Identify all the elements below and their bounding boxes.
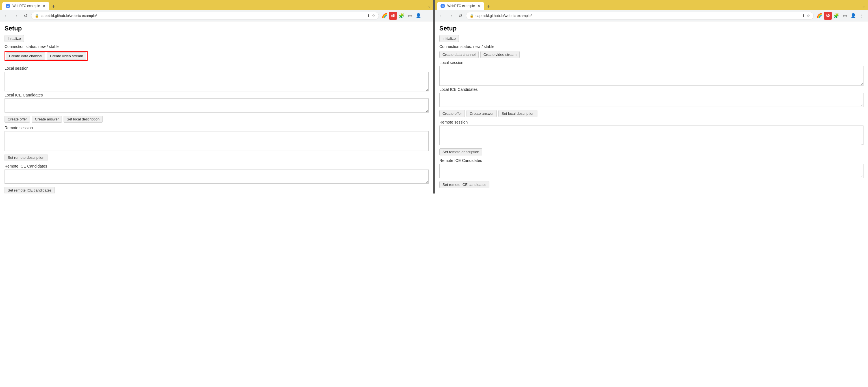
left-set-remote-desc-button[interactable]: Set remote description — [4, 154, 48, 161]
right-colorful-icon[interactable]: 🌈 — [815, 12, 824, 20]
left-tab-title: WebRTC example — [12, 4, 40, 8]
right-local-ice-textarea[interactable] — [439, 93, 864, 107]
left-local-ice-textarea[interactable] — [4, 99, 429, 112]
right-connection-status: Connection status: new / stable — [439, 44, 864, 49]
right-session-action-buttons: Create offer Create answer Set local des… — [439, 110, 864, 117]
left-remote-session-textarea[interactable] — [4, 131, 429, 151]
left-sidebar-icon[interactable]: ▭ — [406, 12, 414, 20]
left-set-local-desc-button[interactable]: Set local description — [64, 116, 102, 123]
left-channel-buttons-container: Create data channel Create video stream — [4, 51, 429, 64]
right-address-bar: ← → ↺ 🔒 capelski.github.io/webrtc-exampl… — [435, 10, 868, 22]
right-page-title: Setup — [439, 25, 864, 32]
left-remote-session-action-buttons: Set remote description — [4, 154, 429, 161]
right-create-answer-button[interactable]: Create answer — [466, 110, 497, 117]
right-sidebar-icon[interactable]: ▭ — [841, 12, 849, 20]
left-tab-overflow-button[interactable]: ⌄ — [428, 4, 431, 8]
right-remote-ice-textarea[interactable] — [439, 164, 864, 178]
right-address-input[interactable]: 🔒 capelski.github.io/webrtc-example/ ⬆ ☆ — [466, 12, 814, 20]
left-remote-ice-label: Remote ICE Candidates — [4, 164, 429, 168]
right-remote-ice-label: Remote ICE Candidates — [439, 158, 864, 163]
left-forward-button[interactable]: → — [12, 12, 20, 20]
left-refresh-button[interactable]: ↺ — [22, 12, 29, 20]
right-forward-button[interactable]: → — [447, 12, 455, 20]
right-bookmark-icon[interactable]: ☆ — [807, 13, 810, 18]
left-tab-close[interactable]: ✕ — [42, 4, 46, 8]
left-session-action-buttons: Create offer Create answer Set local des… — [4, 116, 429, 123]
right-channel-buttons: Create data channel Create video stream — [439, 51, 864, 58]
left-toolbar-icons: 🌈 AD 🧩 ▭ 👤 ⋮ — [381, 12, 431, 20]
right-local-ice-label: Local ICE Candidates — [439, 87, 864, 92]
left-address-bar: ← → ↺ 🔒 capelski.github.io/webrtc-exampl… — [0, 10, 433, 22]
right-set-remote-desc-button[interactable]: Set remote description — [439, 148, 482, 155]
right-more-icon[interactable]: ⋮ — [858, 12, 866, 20]
right-set-remote-ice-button[interactable]: Set remote ICE candidates — [439, 181, 489, 188]
right-lock-icon: 🔒 — [470, 14, 474, 18]
left-remote-session-label: Remote session — [4, 126, 429, 130]
right-remote-session-label: Remote session — [439, 120, 864, 125]
left-back-button[interactable]: ← — [2, 12, 10, 20]
left-create-answer-button[interactable]: Create answer — [32, 116, 62, 123]
right-new-tab-button[interactable]: + — [485, 3, 493, 9]
left-bookmark-icon[interactable]: ☆ — [372, 13, 375, 18]
right-refresh-button[interactable]: ↺ — [456, 12, 464, 20]
right-remote-session-action-buttons: Set remote description — [439, 148, 864, 155]
left-share-icon[interactable]: ⬆ — [367, 13, 370, 18]
left-remote-ice-textarea[interactable] — [4, 170, 429, 184]
left-local-ice-label: Local ICE Candidates — [4, 93, 429, 97]
left-remote-ice-action-buttons: Set remote ICE candidates — [4, 187, 429, 194]
left-create-offer-button[interactable]: Create offer — [4, 116, 30, 123]
right-tab-overflow-button[interactable]: ⌄ — [862, 4, 866, 8]
left-create-data-channel-button[interactable]: Create data channel — [6, 52, 45, 60]
right-browser-window: W WebRTC example ✕ + ⌄ ← → ↺ 🔒 capelski.… — [435, 0, 868, 194]
left-more-icon[interactable]: ⋮ — [423, 12, 431, 20]
right-avatar-icon[interactable]: 👤 — [849, 12, 857, 20]
left-page-content: Setup Initialize Connection status: new … — [0, 22, 433, 194]
right-local-session-textarea[interactable] — [439, 66, 864, 86]
right-remote-session-textarea[interactable] — [439, 126, 864, 145]
right-active-tab[interactable]: W WebRTC example ✕ — [437, 2, 484, 10]
right-local-session-label: Local session — [439, 60, 864, 65]
right-create-data-channel-button[interactable]: Create data channel — [439, 51, 478, 58]
left-browser-window: W WebRTC example ✕ + ⌄ ← → ↺ 🔒 capelski.… — [0, 0, 433, 194]
right-toolbar-icons: 🌈 AD 🧩 ▭ 👤 ⋮ — [815, 12, 866, 20]
right-back-button[interactable]: ← — [437, 12, 445, 20]
right-create-offer-button[interactable]: Create offer — [439, 110, 465, 117]
left-connection-status: Connection status: new / stable — [4, 44, 429, 49]
left-tab-favicon: W — [6, 4, 10, 8]
left-initialize-button[interactable]: Initialize — [4, 35, 24, 42]
right-tab-favicon: W — [440, 4, 445, 8]
left-address-input[interactable]: 🔒 capelski.github.io/webrtc-example/ ⬆ ☆ — [31, 12, 379, 20]
right-puzzle-icon[interactable]: 🧩 — [832, 12, 840, 20]
left-page-title: Setup — [4, 25, 429, 32]
left-avatar-icon[interactable]: 👤 — [414, 12, 423, 20]
left-create-video-stream-button[interactable]: Create video stream — [47, 52, 86, 60]
right-address-text: capelski.github.io/webrtc-example/ — [475, 13, 800, 18]
right-create-video-stream-button[interactable]: Create video stream — [480, 51, 520, 58]
right-tab-close[interactable]: ✕ — [477, 4, 480, 8]
left-set-remote-ice-button[interactable]: Set remote ICE candidates — [4, 187, 55, 194]
left-tab-bar: W WebRTC example ✕ + ⌄ — [0, 0, 433, 10]
right-remote-ice-action-buttons: Set remote ICE candidates — [439, 181, 864, 188]
left-puzzle-icon[interactable]: 🧩 — [398, 12, 405, 20]
left-channel-buttons-highlighted: Create data channel Create video stream — [4, 51, 88, 61]
right-tab-bar: W WebRTC example ✕ + ⌄ — [435, 0, 868, 10]
left-active-tab[interactable]: W WebRTC example ✕ — [2, 2, 49, 10]
left-new-tab-button[interactable]: + — [50, 3, 58, 9]
left-lock-icon: 🔒 — [35, 14, 39, 18]
left-colorful-icon[interactable]: 🌈 — [381, 12, 389, 20]
left-local-session-textarea[interactable] — [4, 72, 429, 92]
left-address-text: capelski.github.io/webrtc-example/ — [41, 13, 365, 18]
right-tab-title: WebRTC example — [447, 4, 475, 8]
right-page-content: Setup Initialize Connection status: new … — [435, 22, 868, 194]
left-adblock-icon[interactable]: AD — [389, 12, 397, 20]
right-share-icon[interactable]: ⬆ — [802, 13, 805, 18]
right-adblock-icon[interactable]: AD — [824, 12, 832, 20]
right-set-local-desc-button[interactable]: Set local description — [498, 110, 537, 117]
right-initialize-button[interactable]: Initialize — [439, 35, 459, 42]
left-local-session-label: Local session — [4, 66, 429, 71]
